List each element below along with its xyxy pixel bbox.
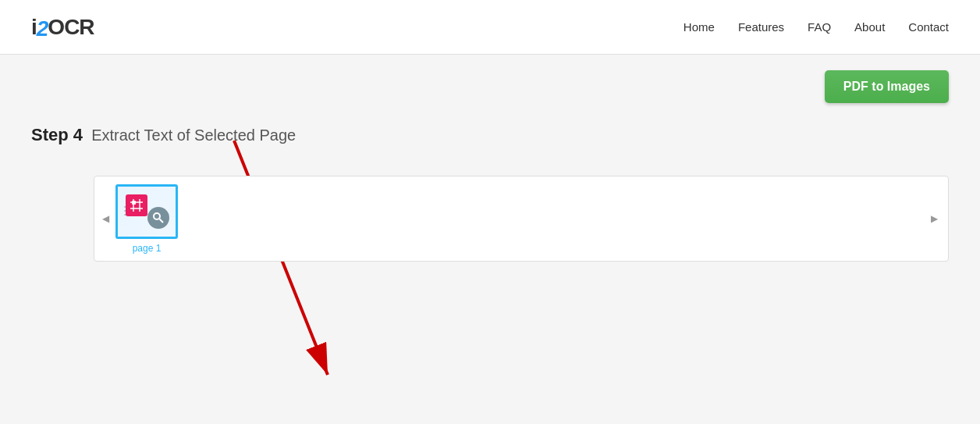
- directional-arrow: [172, 133, 390, 398]
- logo-i: i: [31, 15, 37, 39]
- step4-description: Extract Text of Selected Page: [91, 126, 296, 144]
- logo: i2OCR: [31, 15, 94, 40]
- nav-features[interactable]: Features: [738, 20, 784, 34]
- thumbnails-container: ◀: [94, 176, 949, 262]
- search-icon: [147, 207, 169, 229]
- page-label: page 1: [133, 243, 162, 254]
- logo-text: i2OCR: [31, 15, 94, 40]
- page-thumbnail[interactable]: page 1: [115, 184, 178, 254]
- pages-scroll: page 1: [112, 184, 931, 254]
- svg-point-7: [154, 213, 160, 219]
- header: i2OCR Home Features FAQ About Contact: [0, 0, 980, 55]
- main-content: PDF to Images Step 4 Extract Text of Sel…: [0, 55, 980, 424]
- logo-ocr: OCR: [48, 15, 94, 39]
- nav-faq[interactable]: FAQ: [808, 20, 831, 34]
- scroll-right-arrow[interactable]: ▶: [931, 213, 940, 224]
- nav-about[interactable]: About: [854, 20, 885, 34]
- pdf-to-images-button[interactable]: PDF to Images: [825, 70, 949, 103]
- logo-2: 2: [37, 16, 48, 41]
- nav-contact[interactable]: Contact: [908, 20, 949, 34]
- page-thumb-image: [115, 184, 178, 239]
- crop-icon: [126, 194, 147, 216]
- nav-home[interactable]: Home: [684, 20, 715, 34]
- step4-heading: Step 4 Extract Text of Selected Page: [31, 125, 296, 145]
- nav: Home Features FAQ About Contact: [684, 20, 949, 34]
- step4-label: Step 4: [31, 125, 83, 144]
- svg-line-8: [160, 219, 164, 223]
- scroll-left-arrow[interactable]: ◀: [102, 213, 112, 224]
